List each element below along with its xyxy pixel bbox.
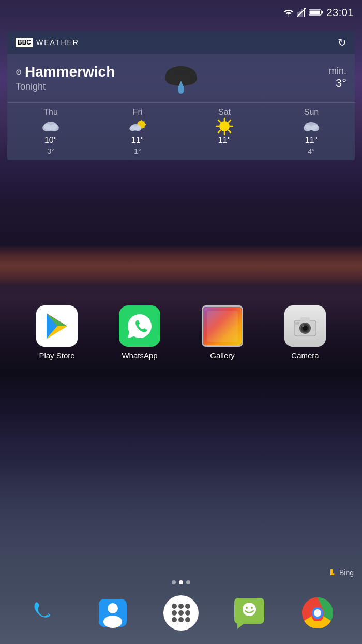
gallery-icon-img bbox=[202, 305, 243, 347]
svg-rect-7 bbox=[322, 11, 323, 14]
sun-high: 11° bbox=[305, 136, 318, 145]
sat-icon bbox=[215, 119, 234, 134]
bbc-box-text: BBC bbox=[16, 38, 33, 47]
svg-point-61 bbox=[185, 604, 190, 609]
app-grid: Play Store WhatsApp Gallery bbox=[0, 305, 362, 360]
dock-phone[interactable] bbox=[24, 592, 65, 634]
day-sat-label: Sat bbox=[218, 108, 231, 117]
app-gallery[interactable]: Gallery bbox=[202, 305, 243, 360]
app-play-store[interactable]: Play Store bbox=[36, 305, 78, 360]
forecast-day-thu: Thu 10° 3° bbox=[7, 108, 94, 155]
svg-point-62 bbox=[172, 610, 177, 616]
svg-point-67 bbox=[185, 617, 190, 622]
svg-rect-6 bbox=[310, 11, 320, 14]
temp-min-label: min. bbox=[236, 66, 346, 77]
svg-point-71 bbox=[246, 607, 248, 609]
weather-header: BBC WEATHER ↻ bbox=[7, 31, 355, 54]
forecast-day-sat: Sat 11° bbox=[181, 108, 268, 155]
weather-location: ⊙ Hammerwich Tonight bbox=[16, 64, 126, 92]
wifi-icon bbox=[283, 8, 294, 17]
battery-icon bbox=[309, 9, 323, 16]
signal-icon bbox=[297, 8, 306, 17]
temp-value: 3° bbox=[236, 77, 346, 90]
messaging-icon bbox=[233, 597, 265, 629]
bbc-logo: BBC WEATHER bbox=[16, 38, 79, 47]
svg-point-66 bbox=[178, 617, 184, 622]
svg-point-16 bbox=[50, 124, 59, 131]
weather-widget[interactable]: BBC WEATHER ↻ ⊙ Hammerwich Tonight bbox=[7, 31, 355, 160]
svg-rect-53 bbox=[295, 322, 299, 325]
svg-point-79 bbox=[314, 609, 321, 617]
forecast-day-sun: Sun 11° 4° bbox=[268, 108, 355, 155]
chrome-icon bbox=[301, 596, 334, 630]
svg-point-60 bbox=[178, 604, 184, 609]
svg-point-72 bbox=[251, 607, 253, 609]
bing-icon bbox=[329, 568, 338, 577]
fri-low: 1° bbox=[134, 147, 141, 155]
forecast-day-fri: Fri 11° 1° bbox=[94, 108, 181, 155]
bbc-weather-label: WEATHER bbox=[36, 38, 79, 47]
dock-messaging[interactable] bbox=[229, 592, 270, 634]
status-icons: 23:01 bbox=[283, 7, 354, 19]
sat-high: 11° bbox=[218, 136, 231, 145]
svg-line-30 bbox=[218, 120, 220, 122]
thu-low: 3° bbox=[47, 147, 54, 155]
svg-marker-69 bbox=[237, 624, 244, 629]
dock-chrome[interactable] bbox=[297, 592, 338, 634]
play-store-icon-img bbox=[36, 305, 78, 347]
weather-main: ⊙ Hammerwich Tonight min. 3° bbox=[7, 54, 355, 103]
fri-high: 11° bbox=[131, 136, 144, 145]
svg-point-51 bbox=[302, 325, 304, 327]
day-sun-label: Sun bbox=[304, 108, 319, 117]
dock-contacts[interactable] bbox=[92, 592, 133, 634]
location-pin-icon: ⊙ bbox=[16, 68, 22, 76]
page-dot-2 bbox=[179, 580, 183, 584]
weather-icon-area bbox=[126, 61, 236, 95]
sun-icon bbox=[302, 119, 321, 134]
tonight-weather-icon bbox=[158, 61, 204, 95]
dock-app-drawer[interactable] bbox=[160, 592, 202, 634]
app-camera[interactable]: Camera bbox=[284, 305, 326, 360]
svg-point-63 bbox=[178, 610, 184, 616]
app-whatsapp[interactable]: WhatsApp bbox=[119, 305, 160, 360]
svg-point-54 bbox=[29, 598, 59, 628]
svg-rect-52 bbox=[300, 317, 310, 321]
whatsapp-label: WhatsApp bbox=[122, 351, 157, 360]
weather-period: Tonight bbox=[16, 81, 126, 92]
svg-line-31 bbox=[229, 130, 231, 133]
svg-point-57 bbox=[103, 616, 122, 628]
camera-label: Camera bbox=[291, 351, 319, 360]
page-indicator bbox=[0, 580, 362, 584]
status-time: 23:01 bbox=[326, 7, 354, 19]
svg-point-25 bbox=[219, 121, 230, 131]
svg-point-70 bbox=[243, 603, 256, 616]
whatsapp-icon-img bbox=[119, 305, 160, 347]
thu-high: 10° bbox=[44, 136, 57, 145]
forecast-row: Thu 10° 3° Fri bbox=[7, 103, 355, 160]
svg-point-35 bbox=[304, 125, 312, 131]
svg-point-64 bbox=[185, 610, 190, 616]
svg-point-24 bbox=[135, 126, 142, 131]
app-drawer-icon bbox=[163, 595, 199, 631]
fri-icon bbox=[128, 119, 147, 134]
svg-point-65 bbox=[172, 617, 177, 622]
play-store-label: Play Store bbox=[39, 351, 74, 360]
day-fri-label: Fri bbox=[133, 108, 143, 117]
dock bbox=[0, 592, 362, 634]
gallery-label: Gallery bbox=[210, 351, 235, 360]
day-thu-label: Thu bbox=[43, 108, 58, 117]
contacts-icon bbox=[97, 597, 129, 629]
page-dot-3 bbox=[186, 580, 190, 584]
svg-line-33 bbox=[218, 130, 220, 133]
svg-line-32 bbox=[229, 120, 231, 122]
svg-point-56 bbox=[108, 603, 118, 613]
camera-icon-img bbox=[284, 305, 326, 347]
page-dot-1 bbox=[172, 580, 176, 584]
phone-icon bbox=[29, 597, 60, 628]
svg-point-59 bbox=[172, 604, 177, 609]
thu-icon bbox=[41, 119, 60, 134]
refresh-icon[interactable]: ↻ bbox=[338, 36, 346, 49]
svg-point-36 bbox=[311, 125, 319, 131]
location-name: ⊙ Hammerwich bbox=[16, 64, 126, 80]
sun-low: 4° bbox=[308, 147, 314, 155]
